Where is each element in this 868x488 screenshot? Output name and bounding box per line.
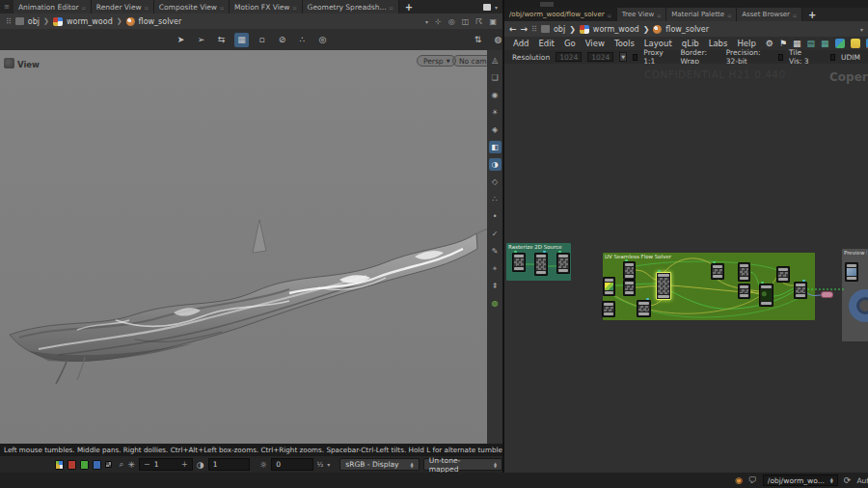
back-icon[interactable]: ← (509, 24, 517, 34)
tab-animation-editor[interactable]: Animation Editor ▫ (14, 0, 92, 14)
spinner-icon[interactable]: ▲▼ (830, 477, 833, 483)
menu-add[interactable]: Add (513, 39, 529, 48)
green-channel-swatch[interactable] (80, 460, 89, 470)
display-flag[interactable] (625, 259, 628, 261)
snap-point-icon[interactable]: ▫ (255, 33, 269, 47)
cop-node-colorful[interactable] (603, 277, 615, 296)
menu-edit[interactable]: Edit (538, 39, 554, 48)
output-null-node[interactable] (821, 291, 833, 298)
breadcrumb-flow-solver[interactable]: flow_solver (665, 25, 709, 34)
move-tool-icon[interactable]: ⇆ (214, 33, 229, 47)
tab-geometry-spreadsheet[interactable]: Geometry Spreadsh... ▫ (303, 0, 399, 14)
display-flag[interactable] (761, 282, 764, 284)
tab-motion-fx-view[interactable]: Motion FX View ▫ (230, 0, 303, 14)
cop-node[interactable] (776, 266, 790, 283)
resolution-x-field[interactable]: 1024 (556, 52, 582, 62)
disable-icon[interactable]: ⊘ (275, 33, 289, 47)
wireframe-icon[interactable]: ◇ (489, 176, 502, 188)
select-tool-icon[interactable]: ➤ (174, 33, 188, 47)
increment-icon[interactable]: + (181, 460, 188, 469)
cop-node[interactable] (637, 300, 651, 317)
points-display-icon[interactable]: ∴ (489, 193, 502, 205)
tab-tree-view[interactable]: Tree View ▫ (617, 8, 667, 21)
cop-node-selected[interactable] (656, 272, 671, 300)
context-path-field[interactable]: /obj/worm_wo... ▲▼ (763, 474, 838, 486)
network-editor[interactable]: CONFIDENTIAL H21.0.440 Copernicus Raster… (504, 64, 868, 473)
cube-icon[interactable]: ◫ (462, 17, 470, 26)
render-flag[interactable] (543, 251, 546, 253)
tab-close-icon[interactable]: ▫ (608, 12, 611, 18)
cop-node[interactable] (738, 262, 750, 282)
layout-split-icon[interactable]: ▤ (807, 39, 816, 48)
message-log-icon[interactable]: ◉ (735, 475, 743, 485)
pane-maximize-icon[interactable] (483, 4, 491, 11)
comment-bubble-icon[interactable]: 🗩 (748, 475, 757, 485)
blue-channel-swatch[interactable] (93, 460, 101, 470)
auto-update-dropdown[interactable]: Auto Up (856, 476, 868, 485)
snapshot-icon[interactable]: ❏ (489, 71, 502, 84)
tools-icon[interactable]: ⚙ (766, 39, 773, 48)
lock-camera-icon[interactable]: ◉ (489, 89, 502, 101)
spinner-icon[interactable]: ▲▼ (494, 462, 497, 468)
layout-grid-icon[interactable]: ▦ (821, 39, 829, 48)
footprints-icon[interactable]: ∴ (295, 33, 310, 47)
path-grip-icon[interactable]: ⠿ (531, 25, 537, 34)
scene-viewport[interactable]: View Persp ▼ No cam ▼ (0, 50, 502, 444)
flag-icon[interactable]: ⚑ (779, 39, 787, 48)
cop-node[interactable] (534, 253, 548, 276)
pane-tab-notch[interactable] (540, 2, 554, 7)
menu-view[interactable]: View (585, 39, 605, 48)
tab-close-icon[interactable]: ▫ (793, 12, 797, 18)
tab-close-icon[interactable]: ▫ (727, 12, 731, 18)
display-flag[interactable] (514, 251, 517, 253)
breadcrumb-worm-wood[interactable]: worm_wood (67, 17, 113, 26)
breadcrumb-flow-solver[interactable]: flow_solver (139, 17, 182, 26)
measure-icon[interactable]: ⌖ (489, 262, 502, 275)
tab-render-view[interactable]: Render View ▫ (92, 0, 154, 14)
inspect-icon[interactable]: ⌕ (120, 459, 124, 470)
resolution-y-field[interactable]: 1024 (587, 52, 613, 62)
exposure-field[interactable]: 0 (271, 458, 312, 471)
tab-close-icon[interactable]: ▫ (82, 4, 86, 11)
cop-node[interactable] (556, 253, 570, 274)
tab-network-path[interactable]: /obj/worm_wood/flow_solver ▫ (504, 8, 617, 21)
breadcrumb-obj[interactable]: obj (28, 17, 40, 26)
path-dropdown-icon[interactable]: ▾ (860, 26, 863, 33)
tonemap-dropdown[interactable]: Un-tone-mapped ▲▼ (423, 458, 502, 471)
pane-menu-caret-icon[interactable]: ▾ (495, 4, 498, 11)
menu-help[interactable]: Help (737, 39, 755, 48)
refresh-icon[interactable]: ⟳ (844, 475, 852, 485)
cop-node[interactable] (602, 301, 615, 317)
view-options-icon[interactable]: ◬ (489, 54, 502, 67)
camera-tool-icon[interactable]: ◎ (315, 33, 330, 47)
tile-vis-checkbox[interactable] (778, 54, 783, 61)
tab-close-icon[interactable]: ▫ (390, 4, 393, 11)
contrast-field[interactable]: 1 (208, 458, 250, 471)
tab-close-icon[interactable]: ▫ (220, 4, 224, 11)
forward-icon[interactable]: → (521, 24, 529, 34)
proxy-checkbox[interactable] (633, 54, 637, 61)
spinner-icon[interactable]: ▲▼ (411, 462, 414, 468)
breadcrumb-worm-wood[interactable]: worm_wood (593, 25, 639, 34)
display-flag[interactable] (658, 270, 661, 272)
tab-close-icon[interactable]: ▫ (657, 12, 661, 18)
cop-node[interactable] (512, 253, 526, 272)
visualizer-icon[interactable]: ◍ (489, 297, 502, 310)
lighting-icon[interactable]: ☀ (489, 106, 502, 119)
tab-close-icon[interactable]: ▫ (293, 4, 297, 11)
resolution-preset-dropdown[interactable]: ▼ (619, 52, 627, 62)
red-channel-swatch[interactable] (68, 460, 76, 470)
cop-node-noise[interactable] (759, 284, 773, 307)
grid-view-icon[interactable]: ▦ (793, 39, 801, 48)
pin-icon[interactable]: ⊹ (435, 17, 442, 26)
dot-icon[interactable]: • (489, 210, 502, 223)
panel-icon[interactable]: ▣ (489, 17, 497, 26)
snap-grid-icon[interactable]: ▦ (234, 33, 249, 47)
cop-node[interactable] (711, 263, 724, 280)
new-tab-button[interactable]: + (802, 8, 822, 21)
render-flag[interactable] (802, 280, 805, 282)
menu-labs[interactable]: Labs (709, 39, 728, 48)
sticky-note-icon[interactable] (851, 39, 860, 48)
cop-node[interactable] (794, 282, 807, 299)
display-flag[interactable] (713, 261, 716, 263)
